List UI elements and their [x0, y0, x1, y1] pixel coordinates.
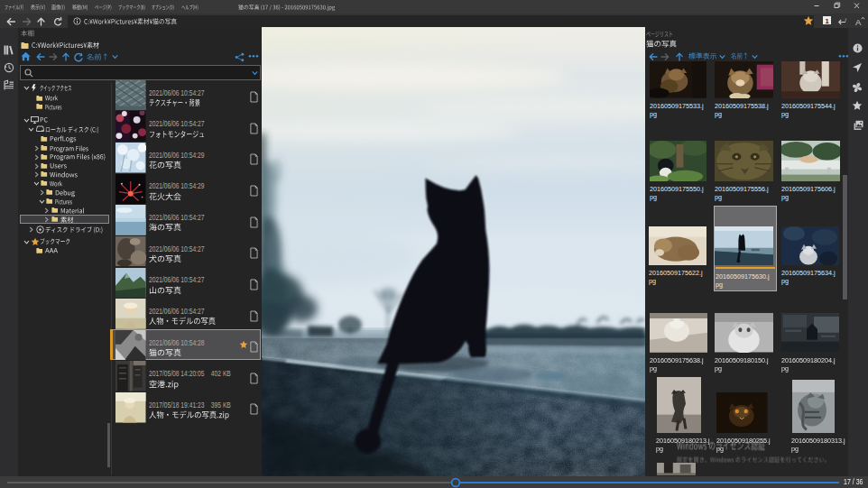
- svg-text:A: A: [855, 16, 862, 26]
- svg-text:1: 1: [825, 17, 828, 24]
